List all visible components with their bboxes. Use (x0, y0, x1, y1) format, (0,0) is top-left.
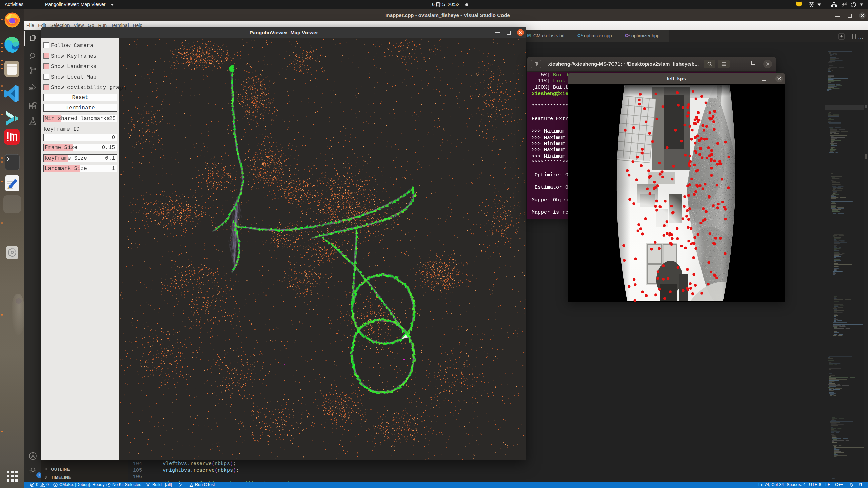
svg-text:C: C (625, 33, 628, 38)
svg-text:C: C (577, 33, 581, 38)
